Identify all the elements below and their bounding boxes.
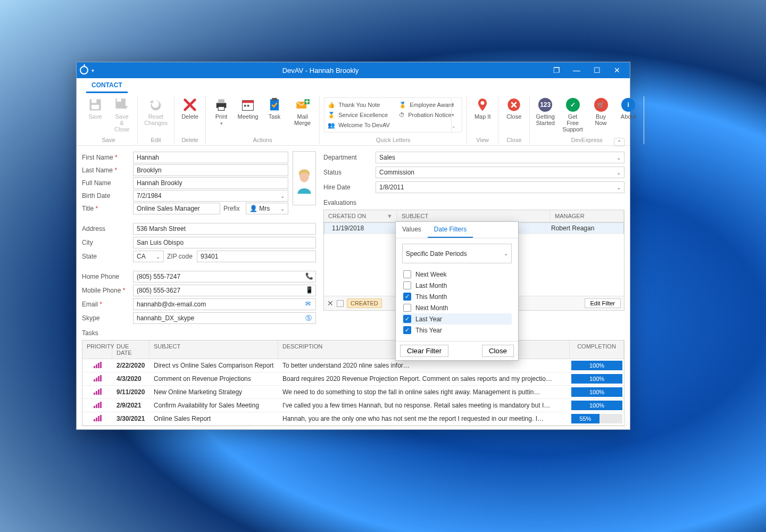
task-row[interactable]: 9/11/2020New Online Marketing StrategyWe… [82, 386, 624, 399]
date-period-option[interactable]: Last Month [402, 280, 512, 291]
meeting-button[interactable]: Meeting [236, 96, 260, 136]
gallery-scroller[interactable]: ▴▾⌄ [451, 98, 462, 132]
first-name-field[interactable] [133, 152, 288, 163]
quick-letters-gallery[interactable]: 👍Thank You Note 🏅Employee Award 🥇Service… [324, 97, 462, 132]
task-row[interactable]: 2/9/2021Confirm Availability for Sales M… [82, 399, 624, 412]
svg-rect-2 [91, 105, 99, 109]
mail-icon: ✉ [305, 300, 314, 309]
collapse-ribbon-button[interactable]: ⌃ [614, 138, 625, 146]
close-popup-button[interactable]: Close [482, 345, 514, 357]
mapit-button[interactable]: Map It [470, 96, 495, 136]
svg-rect-4 [117, 98, 121, 102]
getting-started-button[interactable]: 123Getting Started [533, 96, 557, 136]
title-field[interactable] [133, 203, 220, 214]
date-period-select[interactable]: Specific Date Periods⌄ [402, 244, 512, 263]
priority-bars-icon [94, 402, 102, 408]
delete-x-icon [182, 97, 197, 112]
col-priority[interactable]: PRIORITY [82, 340, 112, 359]
col-created-on[interactable]: CREATED ON▼ [324, 210, 397, 222]
date-period-option[interactable]: Next Week [402, 269, 512, 280]
medal-icon: 🥇 [328, 112, 335, 119]
filter-icon[interactable]: ▼ [387, 213, 393, 219]
clear-filter-icon[interactable]: ✕ [327, 299, 334, 307]
reset-changes-button[interactable]: Reset Changes [141, 96, 171, 136]
completion-bar: 100% [571, 361, 622, 370]
svg-rect-7 [218, 107, 224, 111]
email-field[interactable] [133, 298, 316, 310]
col-subject[interactable]: SUBJECT [397, 210, 551, 222]
save-button[interactable]: Save [83, 96, 107, 136]
about-button[interactable]: iAbout [616, 96, 640, 136]
col-due-date[interactable]: DUE DATE [112, 340, 149, 359]
qat-customize-icon[interactable]: ▾ [91, 68, 94, 73]
department-select[interactable]: Sales⌄ [376, 152, 625, 163]
tasks-grid: PRIORITY DUE DATE SUBJECT DESCRIPTION CO… [82, 340, 625, 426]
quick-letter-item[interactable]: 🥇Service Excellence [328, 112, 390, 119]
contact-photo[interactable] [293, 151, 316, 205]
filter-chip[interactable]: CREATED [347, 298, 382, 308]
hire-date-select[interactable]: 1/8/2011⌄ [376, 181, 625, 193]
date-period-option[interactable]: ✓This Month [402, 291, 512, 302]
tasks-heading: Tasks [82, 326, 316, 338]
home-phone-field[interactable] [133, 271, 316, 282]
getting-started-icon: 123 [538, 98, 552, 112]
print-button[interactable]: Print ▾ [209, 96, 234, 136]
app-logo-icon [80, 66, 88, 74]
last-name-field[interactable] [133, 164, 288, 176]
city-field[interactable] [133, 237, 316, 248]
resize-grip-icon[interactable]: ⋰ [512, 353, 517, 359]
mobile-icon: 📱 [305, 286, 314, 295]
quick-letter-item[interactable]: 👍Thank You Note [328, 102, 390, 109]
filter-toggle-checkbox[interactable] [337, 300, 344, 307]
task-button[interactable]: Task [262, 96, 287, 136]
address-field[interactable] [133, 223, 316, 235]
birth-date-select[interactable]: 7/2/1984⌄ [133, 190, 288, 202]
tab-date-filters[interactable]: Date Filters [428, 222, 473, 238]
award-icon: 🏅 [399, 102, 406, 109]
close-record-button[interactable]: Close [502, 96, 526, 136]
tab-values[interactable]: Values [396, 222, 428, 238]
save-close-button[interactable]: Save & Close [110, 96, 134, 136]
priority-bars-icon [94, 375, 102, 381]
free-support-button[interactable]: ✓Get Free Support [560, 96, 586, 136]
maximize-button[interactable]: ☐ [587, 64, 606, 77]
svg-rect-9 [243, 101, 254, 103]
task-row[interactable]: 4/3/2020Comment on Revenue ProjectionsBo… [82, 372, 624, 386]
col-task-subject[interactable]: SUBJECT [149, 340, 278, 359]
quick-letter-item[interactable]: 👥Welcome To DevAV [328, 122, 390, 129]
chevron-down-icon: ⌄ [280, 206, 285, 212]
delete-button[interactable]: Delete [178, 96, 202, 136]
close-window-button[interactable]: ✕ [607, 64, 627, 77]
checkbox-icon [403, 304, 411, 312]
buy-now-button[interactable]: 🛒Buy Now [588, 96, 614, 136]
date-period-option[interactable]: ✓This Year [402, 325, 512, 336]
save-icon [88, 97, 103, 112]
mail-merge-button[interactable]: Mail Merge [289, 96, 316, 136]
save-close-icon [114, 97, 129, 112]
col-manager[interactable]: MANAGER [551, 210, 624, 222]
status-select[interactable]: Commission⌄ [376, 167, 625, 178]
minimize-button[interactable]: — [567, 64, 586, 77]
prefix-select[interactable]: 👤 Mrs⌄ [246, 203, 288, 214]
close-circle-icon [506, 97, 521, 112]
edit-filter-button[interactable]: Edit Filter [585, 298, 621, 308]
zip-field[interactable] [197, 251, 316, 262]
full-name-field[interactable] [133, 177, 288, 189]
state-select[interactable]: CA⌄ [133, 251, 164, 262]
tab-contact[interactable]: CONTACT [86, 78, 128, 93]
col-completion[interactable]: COMPLETION [570, 340, 624, 359]
mobile-phone-field[interactable] [133, 285, 316, 296]
checkbox-icon: ✓ [403, 315, 411, 323]
restore-down-dup-icon[interactable]: ❐ [547, 64, 566, 77]
chevron-down-icon: ▾ [220, 121, 223, 126]
date-period-option[interactable]: Next Month [402, 302, 512, 313]
resize-grip-icon[interactable]: ⋰ [623, 422, 629, 428]
clear-filter-button[interactable]: Clear Filter [400, 345, 448, 357]
task-row[interactable]: 3/30/2021Online Sales ReportHannah, you … [82, 412, 624, 426]
phone-icon: 📞 [305, 272, 314, 281]
svg-rect-11 [247, 105, 249, 107]
app-window: ▾ DevAV - Hannah Brookly ❐ — ☐ ✕ CONTACT… [76, 62, 630, 430]
date-period-option[interactable]: ✓Last Year [402, 313, 512, 325]
task-row[interactable]: 2/22/2020Direct vs Online Sales Comparis… [82, 359, 624, 372]
skype-field[interactable] [133, 312, 316, 324]
